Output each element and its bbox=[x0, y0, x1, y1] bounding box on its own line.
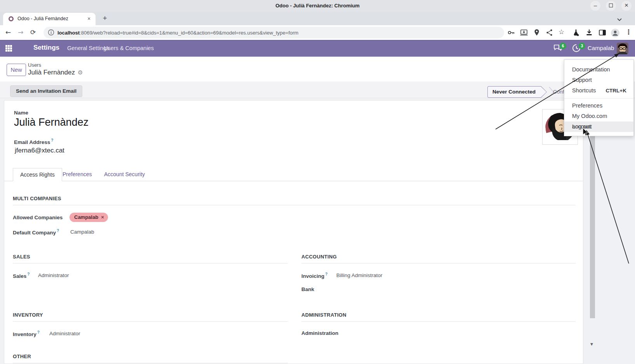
tag-remove-icon[interactable]: × bbox=[101, 214, 104, 220]
menu-general-settings[interactable]: General Settings bbox=[67, 45, 109, 51]
menu-item-documentation[interactable]: Documentation bbox=[564, 64, 633, 75]
section-title: ACCOUNTING bbox=[301, 254, 576, 263]
bank-label: Bank bbox=[301, 286, 314, 292]
field-allowed-companies: Allowed Companies Campalab× bbox=[13, 213, 576, 222]
tab-search-chevron-icon[interactable] bbox=[617, 16, 622, 23]
maximize-icon[interactable] bbox=[606, 1, 616, 11]
url-text[interactable]: localhost:8069/web?reload=true#id=8&cids… bbox=[57, 30, 298, 36]
section-administration: ADMINISTRATION Administration bbox=[301, 312, 576, 336]
downloads-icon[interactable] bbox=[585, 28, 593, 37]
menu-item-shortcuts[interactable]: ShortcutsCTRL+K bbox=[564, 85, 633, 96]
notebook-tabs: Access Rights Preferences Account Securi… bbox=[4, 168, 583, 181]
email-value[interactable]: jferna6@xtec.cat bbox=[15, 147, 64, 154]
close-icon[interactable]: × bbox=[621, 1, 632, 11]
breadcrumb-parent[interactable]: Users bbox=[28, 62, 41, 68]
administration-label: Administration bbox=[301, 330, 338, 336]
help-icon: ? bbox=[57, 229, 59, 233]
control-panel: New Users Julià Fernàndez⚙ bbox=[0, 57, 635, 81]
help-icon: ? bbox=[37, 330, 40, 335]
minimize-icon[interactable]: – bbox=[590, 1, 600, 11]
field-default-company: Default Company? Campalab bbox=[13, 229, 576, 236]
browser-tab[interactable]: Odoo - Julià Fernàndez × bbox=[3, 13, 96, 25]
tab-close-icon[interactable]: × bbox=[85, 16, 92, 23]
new-button[interactable]: New bbox=[7, 64, 26, 76]
odoo-favicon-icon bbox=[9, 16, 14, 21]
menu-item-support[interactable]: Support bbox=[564, 75, 633, 85]
location-icon[interactable] bbox=[532, 28, 541, 37]
company-tag[interactable]: Campalab× bbox=[70, 213, 108, 222]
menu-divider bbox=[564, 98, 633, 99]
user-dropdown-menu: Documentation Support ShortcutsCTRL+K Pr… bbox=[564, 59, 634, 136]
menu-item-odoo-account[interactable]: My Odoo.com account bbox=[564, 111, 633, 121]
titlebar: Odoo - Julià Fernàndez: Chromium – × bbox=[0, 0, 635, 12]
field-bank: Bank bbox=[301, 286, 576, 292]
app-name[interactable]: Settings bbox=[33, 44, 59, 52]
user-avatar[interactable] bbox=[617, 43, 628, 54]
scroll-down-icon[interactable]: ▼ bbox=[590, 342, 593, 346]
breadcrumb-current: Julià Fernàndez⚙ bbox=[28, 69, 83, 76]
section-title: MULTI COMPANIES bbox=[13, 196, 576, 205]
side-panel-icon[interactable] bbox=[598, 28, 607, 37]
field-invoicing: Invoicing? Billing Administrator bbox=[301, 272, 576, 279]
url-path: :8069/web?reload=true#id=8&cids=1&menu_i… bbox=[80, 30, 298, 36]
shortcut-keys: CTRL+K bbox=[605, 85, 626, 96]
allowed-companies-label: Allowed Companies bbox=[13, 215, 70, 220]
apps-grid-icon[interactable] bbox=[5, 45, 12, 52]
form-sheet: Name Julià Fernàndez Email Address? jfer… bbox=[4, 100, 583, 364]
help-icon: ? bbox=[51, 138, 53, 142]
sales-label: Sales? bbox=[13, 272, 38, 279]
section-accounting: ACCOUNTING Invoicing? Billing Administra… bbox=[301, 254, 576, 292]
section-title: OTHER bbox=[13, 354, 288, 363]
tab-title: Odoo - Julià Fernàndez bbox=[17, 16, 84, 21]
tab-preferences[interactable]: Preferences bbox=[63, 171, 92, 177]
section-sales: SALES Sales? Administrator bbox=[13, 254, 288, 279]
state-confirmed-partial[interactable]: Confi bbox=[553, 89, 565, 95]
bookmark-star-icon[interactable]: ☆ bbox=[558, 28, 564, 36]
inventory-label: Inventory? bbox=[13, 330, 49, 337]
password-key-icon[interactable] bbox=[507, 28, 515, 37]
gear-icon[interactable]: ⚙ bbox=[78, 69, 83, 76]
section-title: INVENTORY bbox=[13, 312, 288, 322]
help-icon: ? bbox=[27, 272, 30, 276]
share-icon[interactable] bbox=[545, 28, 554, 37]
url-host: localhost bbox=[57, 30, 80, 36]
field-administration: Administration bbox=[301, 330, 576, 336]
install-icon[interactable] bbox=[520, 28, 528, 37]
tab-account-security[interactable]: Account Security bbox=[104, 171, 145, 177]
help-icon: ? bbox=[325, 272, 327, 276]
section-inventory: INVENTORY Inventory? Administrator bbox=[13, 312, 288, 337]
company-name[interactable]: Campalab bbox=[588, 45, 614, 51]
field-inventory: Inventory? Administrator bbox=[13, 330, 288, 337]
state-never-connected[interactable]: Never Connected bbox=[487, 86, 547, 98]
reload-icon[interactable]: ⟳ bbox=[30, 28, 36, 36]
field-sales: Sales? Administrator bbox=[13, 272, 288, 279]
send-invitation-button[interactable]: Send an Invitation Email bbox=[10, 85, 82, 97]
url-bar[interactable]: localhost:8069/web?reload=true#id=8&cids… bbox=[43, 27, 504, 38]
tab-access-rights[interactable]: Access Rights bbox=[13, 168, 62, 181]
email-label: Email Address? bbox=[14, 138, 53, 145]
inventory-value[interactable]: Administrator bbox=[49, 331, 80, 336]
menu-kebab-icon[interactable]: ⋮ bbox=[625, 28, 632, 36]
menu-item-log-out[interactable]: Log out bbox=[564, 121, 633, 132]
window-title: Odoo - Julià Fernàndez: Chromium bbox=[0, 3, 635, 9]
browser-window: Odoo - Julià Fernàndez: Chromium – × Odo… bbox=[0, 0, 635, 364]
forward-icon[interactable]: → bbox=[18, 28, 23, 36]
profile-icon[interactable] bbox=[611, 28, 619, 37]
section-title: ADMINISTRATION bbox=[301, 312, 576, 322]
activities-badge: 3 bbox=[579, 43, 585, 49]
flask-extension-icon[interactable] bbox=[572, 28, 580, 37]
page-scroll-area: ▼ bbox=[583, 136, 635, 364]
site-info-icon[interactable] bbox=[48, 29, 54, 37]
section-multi-companies: MULTI COMPANIES Allowed Companies Campal… bbox=[13, 196, 576, 236]
menu-users-companies[interactable]: Users & Companies bbox=[104, 45, 154, 51]
name-value[interactable]: Julià Fernàndez bbox=[14, 116, 89, 128]
messages-badge: 6 bbox=[560, 43, 566, 49]
default-company-value[interactable]: Campalab bbox=[70, 229, 94, 235]
menu-item-preferences[interactable]: Preferences bbox=[564, 101, 633, 111]
sales-value[interactable]: Administrator bbox=[38, 272, 69, 278]
section-title: SALES bbox=[13, 254, 288, 263]
back-icon[interactable]: ← bbox=[5, 28, 11, 36]
new-tab-icon[interactable]: + bbox=[100, 14, 110, 23]
invoicing-value[interactable]: Billing Administrator bbox=[336, 272, 383, 278]
scrollbar-thumb[interactable] bbox=[590, 136, 595, 318]
